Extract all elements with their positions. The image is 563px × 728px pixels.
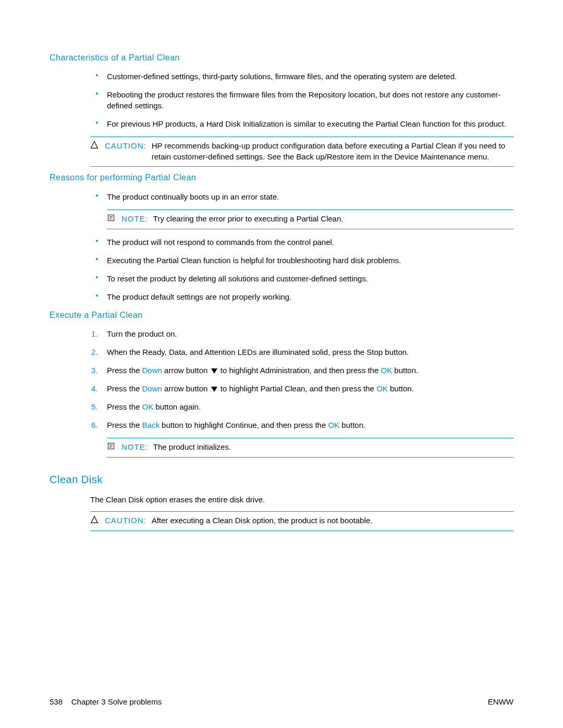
caution-admonition: CAUTION: HP recommends backing-up produc…: [90, 137, 513, 167]
list-item: The product continually boots up in an e…: [50, 191, 513, 202]
step-item: Press the Back button to highlight Conti…: [50, 419, 513, 430]
caution-label: CAUTION:: [105, 515, 146, 526]
note-label: NOTE:: [121, 213, 148, 224]
note-text: Try clearing the error prior to executin…: [153, 213, 511, 224]
caution-text: HP recommends backing-up product configu…: [152, 140, 511, 162]
list-item: For previous HP products, a Hard Disk In…: [50, 118, 513, 129]
step-text: Press the: [107, 421, 142, 429]
down-label: Down: [142, 366, 162, 375]
list-item: Executing the Partial Clean function is …: [50, 255, 513, 266]
ok-label: OK: [328, 421, 339, 429]
caution-text: After executing a Clean Disk option, the…: [152, 515, 511, 526]
heading-clean-disk: Clean Disk: [50, 472, 513, 487]
step-text: arrow button: [162, 366, 210, 375]
page: Characteristics of a Partial Clean Custo…: [0, 0, 563, 728]
step-text: to highlight Partial Clean, and then pre…: [218, 384, 377, 393]
characteristics-list: Customer-defined settings, third-party s…: [50, 71, 513, 129]
step-text: button to highlight Continue, and then p…: [160, 421, 328, 429]
heading-execute: Execute a Partial Clean: [50, 310, 513, 321]
note-label: NOTE:: [121, 441, 148, 452]
back-label: Back: [142, 421, 160, 429]
step-item: Press the Down arrow button to highlight…: [50, 383, 513, 394]
execute-steps: Turn the product on. When the Ready, Dat…: [50, 328, 513, 430]
step-text: Press the: [107, 366, 142, 375]
list-item: Customer-defined settings, third-party s…: [50, 71, 513, 82]
step-text: Press the: [107, 384, 142, 393]
step-text: to highlight Administration, and then pr…: [218, 366, 381, 375]
list-item: Rebooting the product restores the firmw…: [50, 89, 513, 111]
caution-label: CAUTION:: [105, 140, 146, 151]
page-footer: 538 Chapter 3 Solve problems ENWW: [50, 696, 513, 707]
note-text: The product initializes.: [153, 441, 511, 452]
clean-disk-text: The Clean Disk option erases the entire …: [90, 494, 513, 505]
step-text: Press the: [107, 402, 142, 411]
list-item: The product default settings are not pro…: [50, 291, 513, 302]
note-icon: [107, 214, 119, 225]
list-item: The product will not respond to commands…: [50, 237, 513, 248]
ok-label: OK: [142, 402, 154, 411]
step-text: button.: [392, 366, 418, 375]
ok-label: OK: [376, 384, 388, 393]
page-number: 538: [50, 697, 63, 706]
ok-label: OK: [381, 366, 392, 375]
down-arrow-icon: [211, 387, 217, 392]
step-item: Press the OK button again.: [50, 401, 513, 412]
footer-right: ENWW: [488, 696, 513, 707]
note-icon: [107, 442, 119, 453]
caution-icon: [90, 515, 103, 526]
step-text: button.: [339, 421, 365, 429]
caution-icon: [90, 141, 103, 152]
step-item: Press the Down arrow button to highlight…: [50, 365, 513, 376]
step-item: Turn the product on.: [50, 328, 513, 339]
note-admonition: NOTE: Try clearing the error prior to ex…: [107, 209, 513, 229]
caution-admonition: CAUTION: After executing a Clean Disk op…: [90, 511, 513, 531]
chapter-title: Chapter 3 Solve problems: [71, 697, 162, 706]
step-item: When the Ready, Data, and Attention LEDs…: [50, 347, 513, 357]
step-text: button again.: [153, 402, 201, 411]
heading-reasons: Reasons for performing Partial Clean: [50, 172, 513, 183]
list-item: To reset the product by deleting all sol…: [50, 273, 513, 284]
down-label: Down: [142, 384, 162, 393]
note-admonition: NOTE: The product initializes.: [107, 438, 513, 458]
reasons-list-2: The product will not respond to commands…: [50, 237, 513, 302]
step-text: arrow button: [162, 384, 210, 393]
down-arrow-icon: [211, 368, 217, 374]
heading-characteristics: Characteristics of a Partial Clean: [50, 52, 513, 64]
step-text: button.: [388, 384, 414, 393]
reasons-list-1: The product continually boots up in an e…: [50, 191, 513, 202]
